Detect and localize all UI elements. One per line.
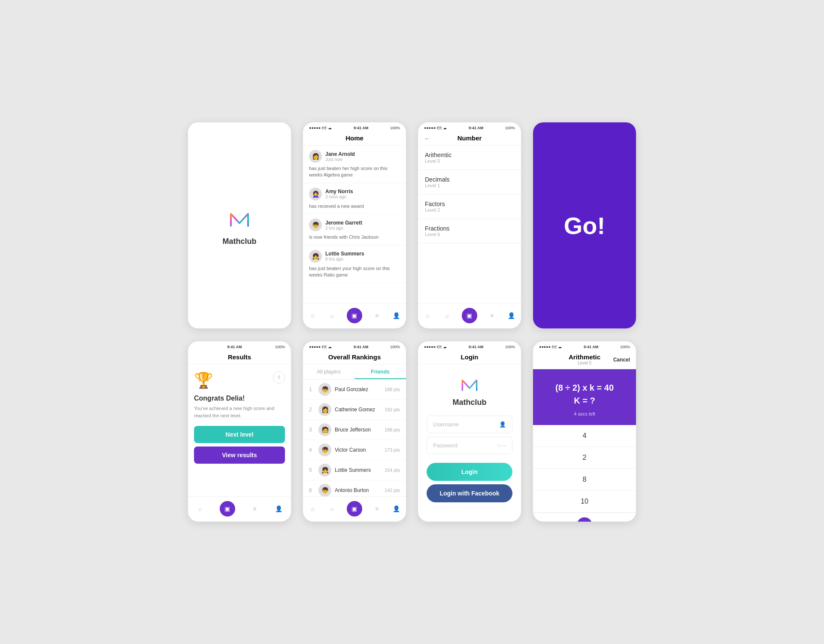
- nav-home-arith[interactable]: ⌂: [538, 520, 548, 522]
- category-decimals[interactable]: Decimals Level 1: [418, 170, 521, 194]
- status-time-results: 9:41 AM: [227, 345, 242, 349]
- nav-search-icon[interactable]: ⌕: [327, 311, 337, 320]
- arithmetic-screen: ●●●●● EE ☁ 9:41 AM 100% Arithmetic Level…: [533, 341, 636, 522]
- feed-text-4: has just beaten your high score on this …: [309, 265, 400, 279]
- nav-cards-arith[interactable]: ▣: [577, 517, 592, 522]
- results-header: Results: [188, 351, 291, 365]
- username-field[interactable]: Username 👤: [427, 416, 512, 433]
- nav-cards-results[interactable]: ▣: [220, 501, 235, 516]
- login-screen: ●●●●● EE ☁ 9:41 AM 100% Login: [418, 341, 521, 522]
- status-signal-arith: ●●●●● EE ☁: [539, 345, 562, 349]
- nav-profile-arith[interactable]: 👤: [621, 520, 631, 522]
- nav-cards-rank[interactable]: ▣: [347, 501, 362, 516]
- feed-name-4: Lottie Summers: [325, 251, 364, 257]
- back-arrow-icon[interactable]: ←: [424, 135, 431, 143]
- nav-cards-icon[interactable]: ▣: [347, 308, 362, 323]
- nav-list-icon-num[interactable]: ≡: [487, 311, 497, 320]
- view-results-button[interactable]: View results: [194, 447, 285, 464]
- nav-list-results[interactable]: ≡: [250, 504, 259, 513]
- nav-list-arith[interactable]: ≡: [602, 520, 612, 522]
- status-signal-rankings: ●●●●● EE ☁: [309, 345, 332, 349]
- status-signal: ●●●●● EE ☁: [309, 126, 332, 130]
- nav-search-arith[interactable]: ⌕: [557, 520, 567, 522]
- nav-search-results[interactable]: ⌕: [195, 504, 205, 513]
- ranking-row-4: 4 👦 Victor Carson 173 pts: [303, 440, 406, 460]
- next-level-button[interactable]: Next level: [194, 426, 285, 443]
- status-battery-number: 100%: [505, 126, 515, 130]
- status-time-home: 9:41 AM: [354, 126, 368, 130]
- avatar-1: 👩: [309, 150, 322, 163]
- feed-item-1: 👩 Jane Arnold Just now has just beaten h…: [303, 146, 406, 183]
- nav-profile-results[interactable]: 👤: [274, 504, 284, 513]
- status-bar-home: ●●●●● EE ☁ 9:41 AM 100%: [303, 122, 406, 132]
- avatar-3: 👦: [309, 219, 322, 231]
- avatar-rank-2: 👩: [318, 403, 331, 416]
- status-signal-login: ●●●●● EE ☁: [424, 345, 447, 349]
- nav-home-icon[interactable]: ⌂: [308, 311, 318, 320]
- feed-name-1: Jane Arnold: [325, 151, 355, 157]
- answer-option-2[interactable]: 2: [533, 447, 636, 469]
- password-field[interactable]: Password ○—: [427, 437, 512, 454]
- bottom-nav-results: ⌕ ▣ ≡ 👤: [188, 496, 291, 522]
- status-battery-results: 100%: [275, 345, 285, 349]
- ranking-row-3: 3 🧑 Bruce Jefferson 186 pts: [303, 420, 406, 440]
- screens-container: Mathclub ●●●●● EE ☁ 9:41 AM 100% Home 👩 …: [188, 122, 636, 522]
- feed-name-3: Jerome Garrett: [325, 220, 362, 226]
- ranking-row-5: 5 👧 Lottie Summers 154 pts: [303, 460, 406, 480]
- avatar-2: 👩‍🦱: [309, 188, 322, 200]
- status-time-arith: 9:41 AM: [584, 345, 598, 349]
- tab-friends[interactable]: Friends: [354, 365, 406, 379]
- trophy-icon: 🏆: [194, 371, 213, 389]
- category-arithmetic[interactable]: Arithemtic Level 5: [418, 146, 521, 170]
- facebook-login-button[interactable]: Login with Facebook: [427, 484, 512, 502]
- nav-home-rank[interactable]: ⌂: [308, 504, 318, 513]
- user-icon: 👤: [499, 421, 506, 428]
- mathclub-logo-login: [459, 373, 480, 395]
- number-screen: ●●●●● EE ☁ 9:41 AM 100% ← Number Arithem…: [418, 122, 521, 328]
- bottom-nav-rankings: ⌂ ⌕ ▣ ≡ 👤: [303, 496, 406, 522]
- feed-time-1: Just now: [325, 157, 355, 162]
- status-bar-login: ●●●●● EE ☁ 9:41 AM 100%: [418, 341, 521, 351]
- login-header: Login: [418, 351, 521, 365]
- feed-item-2: 👩‍🦱 Amy Norris 3 mins ago has recieved a…: [303, 183, 406, 214]
- feed-text-2: has recieved a new award: [309, 203, 400, 210]
- feed-text-3: is now friends with Chris Jackson: [309, 234, 400, 240]
- splash-title: Mathclub: [223, 237, 257, 246]
- rankings-header: Overall Rankings: [303, 351, 406, 365]
- nav-home-icon-num[interactable]: ⌂: [423, 311, 433, 320]
- nav-cards-icon-num[interactable]: ▣: [462, 308, 477, 323]
- results-screen: 9:41 AM 100% Results 🏆 ⇧ Congrats Delia!…: [188, 341, 291, 522]
- go-screen: Go!: [533, 122, 636, 328]
- status-battery-home: 100%: [390, 126, 400, 130]
- status-battery-login: 100%: [505, 345, 515, 349]
- login-button[interactable]: Login: [427, 463, 512, 481]
- answer-option-8[interactable]: 8: [533, 469, 636, 491]
- nav-list-rank[interactable]: ≡: [372, 504, 382, 513]
- nav-search-icon-num[interactable]: ⌕: [442, 311, 452, 320]
- number-header: ← Number: [418, 132, 521, 146]
- share-icon[interactable]: ⇧: [273, 371, 285, 383]
- congrats-title: Congrats Delia!: [194, 395, 285, 402]
- go-text: Go!: [564, 212, 605, 240]
- avatar-rank-5: 👧: [318, 464, 331, 477]
- arithmetic-content: (8 ÷ 2) x k = 40K = ? 4 secs left 4 2 8 …: [533, 369, 636, 513]
- arithmetic-header: Arithmetic Level 5 Cancel: [533, 351, 636, 369]
- ranking-row-2: 2 👩 Catherine Gomez 192 pts: [303, 400, 406, 420]
- home-feed: 👩 Jane Arnold Just now has just beaten h…: [303, 146, 406, 303]
- nav-profile-rank[interactable]: 👤: [391, 504, 401, 513]
- category-fractions[interactable]: Fractions Level 6: [418, 219, 521, 243]
- avatar-4: 👧: [309, 250, 322, 263]
- bottom-nav-number: ⌂ ⌕ ▣ ≡ 👤: [418, 303, 521, 328]
- status-time-rankings: 9:41 AM: [354, 345, 368, 349]
- nav-profile-icon-num[interactable]: 👤: [506, 311, 516, 320]
- answer-option-4[interactable]: 4: [533, 425, 636, 447]
- answer-option-10[interactable]: 10: [533, 491, 636, 513]
- status-bar-results: 9:41 AM 100%: [188, 341, 291, 351]
- nav-profile-icon[interactable]: 👤: [391, 311, 401, 320]
- category-factors[interactable]: Factors Level 2: [418, 194, 521, 219]
- nav-list-icon[interactable]: ≡: [372, 311, 382, 320]
- feed-time-4: 8 hrs ago: [325, 257, 364, 261]
- tab-all-players[interactable]: All players: [303, 365, 354, 379]
- nav-search-rank[interactable]: ⌕: [327, 504, 337, 513]
- cancel-button[interactable]: Cancel: [613, 357, 630, 363]
